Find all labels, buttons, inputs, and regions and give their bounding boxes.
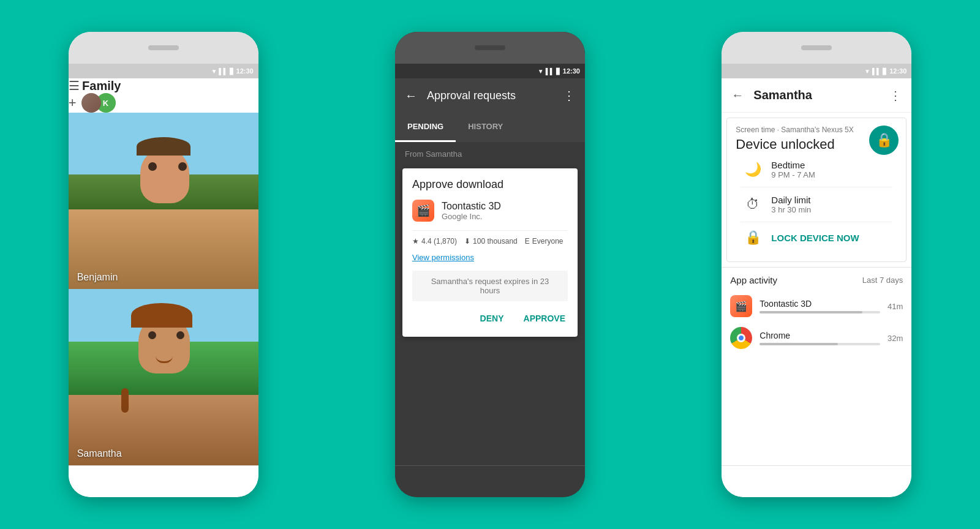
wifi-icon-3: ▼ — [864, 68, 870, 75]
chrome-time: 32m — [888, 334, 903, 343]
battery-icon-3: ▊ — [883, 68, 888, 75]
rating-item: ★ 4.4 (1,870) — [412, 237, 457, 246]
lock-now-label: LOCK DEVICE NOW — [771, 233, 859, 243]
family-member-samantha[interactable]: Samantha — [69, 289, 258, 465]
add-member-icon[interactable]: + — [69, 95, 77, 111]
bedtime-icon: 🌙 — [744, 162, 761, 178]
phone-3-top — [722, 32, 911, 64]
tabs-bar: PENDING HISTORY — [395, 113, 585, 142]
toontastic-bar-bg — [760, 311, 880, 313]
phone-2-top — [395, 32, 585, 64]
app-details: Toontastic 3D Google Inc. — [442, 201, 501, 221]
daily-limit-value: 3 hr 30 min — [771, 205, 811, 214]
status-time-1: 12:30 — [236, 67, 254, 75]
phone-2-screen: ▼ ▌▌ ▊ 12:30 ← Approval requests ⋮ PENDI… — [395, 64, 585, 465]
daily-limit-label: Daily limit — [771, 195, 811, 205]
battery-icon: ▊ — [230, 68, 235, 75]
age-rating: Everyone — [532, 237, 564, 246]
wifi-icon-2: ▼ — [538, 68, 544, 75]
activity-period: Last 7 days — [862, 276, 903, 285]
speaker-3 — [801, 45, 832, 50]
activity-title: App activity — [730, 275, 777, 285]
member-name-benjamin: Benjamin — [77, 272, 118, 283]
approve-card: Approve download 🎬 Toontastic 3D Google … — [402, 168, 578, 337]
family-member-benjamin[interactable]: Benjamin — [69, 113, 258, 289]
view-permissions-link[interactable]: View permissions — [412, 253, 568, 262]
benjamin-photo — [69, 113, 258, 289]
chrome-bar — [760, 343, 838, 345]
daily-limit-text: Daily limit 3 hr 30 min — [771, 195, 811, 214]
hair-s — [131, 303, 192, 328]
bedtime-label: Bedtime — [771, 160, 815, 170]
chrome-icon — [730, 327, 752, 349]
app-developer: Google Inc. — [442, 212, 501, 221]
lock-now-item[interactable]: 🔒 LOCK DEVICE NOW — [741, 222, 892, 253]
deny-button[interactable]: DENY — [478, 310, 507, 327]
phone-1-screen: ▼ ▌▌ ▊ 12:30 ☰ Family + K — [69, 64, 258, 465]
more-button-3[interactable]: ⋮ — [889, 88, 902, 103]
toontastic-bar — [760, 311, 862, 313]
tab-pending[interactable]: PENDING — [395, 113, 456, 142]
back-button-3[interactable]: ← — [731, 88, 744, 102]
toontastic-info: Toontastic 3D — [760, 299, 880, 313]
chrome-info: Chrome — [760, 331, 880, 345]
eye-left-s — [148, 331, 156, 339]
approve-button[interactable]: APPROVE — [521, 310, 568, 327]
phone3-content: Screen time · Samantha's Nexus 5X Device… — [722, 113, 911, 465]
status-bar-3: ▼ ▌▌ ▊ 12:30 — [722, 64, 911, 78]
app-meta: ★ 4.4 (1,870) ⬇ 100 thousand E Everyone — [412, 230, 568, 246]
lock-fab-icon: 🔒 — [876, 132, 892, 148]
family-list: Benjamin Samantha — [69, 113, 258, 465]
speaker-2 — [475, 45, 505, 50]
approve-title: Approve download — [412, 178, 568, 191]
avatars[interactable]: K — [81, 93, 116, 113]
activity-item-chrome[interactable]: Chrome 32m — [722, 322, 911, 354]
app-name: Toontastic 3D — [442, 201, 501, 212]
benjamin-face — [140, 148, 189, 203]
signal-icon: ▌▌ — [219, 68, 227, 75]
app-activity-header: App activity Last 7 days — [722, 267, 911, 290]
status-bar-1: ▼ ▌▌ ▊ 12:30 — [69, 64, 258, 78]
user-avatar-photo — [81, 93, 101, 113]
star-icon: ★ — [412, 237, 419, 246]
toontastic-name: Toontastic 3D — [760, 299, 880, 309]
status-bar-2: ▼ ▌▌ ▊ 12:30 — [395, 64, 585, 78]
lock-fab[interactable]: 🔒 — [869, 126, 899, 155]
eye-right — [178, 162, 187, 171]
app-bar-title: Family — [82, 79, 121, 92]
status-icons: ▼ ▌▌ ▊ 12:30 — [211, 67, 253, 75]
timer-icon: ⏱ — [744, 197, 761, 212]
phone3-title: Samantha — [753, 88, 880, 102]
status-time-3: 12:30 — [889, 67, 907, 75]
age-item: E Everyone — [525, 237, 564, 246]
back-button-2[interactable]: ← — [405, 89, 417, 103]
activity-item-toontastic[interactable]: 🎬 Toontastic 3D 41m — [722, 290, 911, 322]
phone-1-top — [69, 32, 258, 64]
toontastic-time: 41m — [888, 302, 903, 311]
app-bar-actions: + K — [69, 93, 258, 113]
expiry-message: Samantha's request expires in 23 hours — [412, 271, 568, 301]
downloads-value: 100 thousand — [473, 237, 518, 246]
phone-1-bottom — [69, 465, 258, 497]
downloads-item: ⬇ 100 thousand — [464, 237, 518, 246]
phone-3-bottom — [722, 465, 911, 497]
download-icon: ⬇ — [464, 237, 470, 246]
bedtime-value: 9 PM - 7 AM — [771, 170, 815, 179]
more-button-2[interactable]: ⋮ — [563, 88, 575, 103]
toontastic-icon: 🎬 — [730, 295, 752, 317]
phone-3: ▼ ▌▌ ▊ 12:30 ← Samantha ⋮ Screen time · … — [722, 32, 911, 497]
settings-list: 🌙 Bedtime 9 PM - 7 AM ⏱ Daily limit 3 hr… — [736, 152, 897, 253]
menu-icon[interactable]: ☰ — [69, 79, 80, 92]
bedtime-text: Bedtime 9 PM - 7 AM — [771, 160, 815, 179]
setting-daily-limit[interactable]: ⏱ Daily limit 3 hr 30 min — [741, 187, 892, 222]
wifi-icon: ▼ — [211, 68, 217, 75]
status-time-2: 12:30 — [563, 67, 580, 75]
setting-bedtime[interactable]: 🌙 Bedtime 9 PM - 7 AM — [741, 152, 892, 187]
phone2-toolbar: ← Approval requests ⋮ — [395, 78, 585, 113]
status-icons-2: ▼ ▌▌ ▊ 12:30 — [538, 67, 580, 75]
tab-history[interactable]: HISTORY — [456, 113, 515, 142]
chrome-name: Chrome — [760, 331, 880, 340]
phone3-toolbar: ← Samantha ⋮ — [722, 78, 911, 113]
lock-now-icon: 🔒 — [744, 230, 761, 246]
samantha-photo — [69, 289, 258, 465]
